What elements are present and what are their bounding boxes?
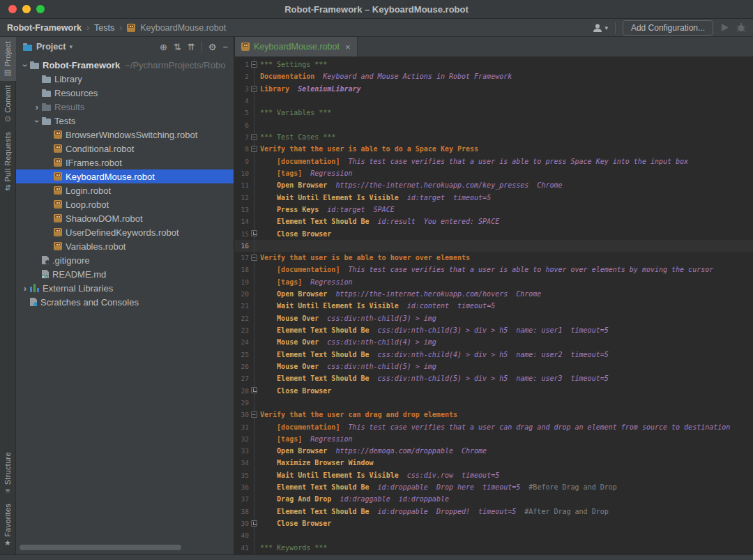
tree-item-iframes-robot[interactable]: IFrames.robot bbox=[16, 156, 234, 169]
code-line-7[interactable]: 7−*** Test Cases *** bbox=[235, 131, 753, 143]
code-line-15[interactable]: 15 Close Browser bbox=[235, 227, 753, 239]
settings-icon[interactable]: ⚙ bbox=[208, 43, 217, 52]
tree-item-library[interactable]: Library bbox=[16, 72, 234, 86]
code-line-21[interactable]: 21 Wait Until Element Is Visible id:cont… bbox=[235, 300, 753, 312]
code-line-25[interactable]: 25 Element Text Should Be css:div:nth-ch… bbox=[235, 349, 753, 361]
chevron-right-icon[interactable]: › bbox=[24, 285, 26, 292]
tree-item-readme-md[interactable]: README.md bbox=[16, 267, 234, 281]
fold-collapse-icon[interactable]: − bbox=[251, 61, 257, 68]
breadcrumb-item-robot-framework[interactable]: Robot-Framework bbox=[7, 23, 82, 33]
code-line-10[interactable]: 10 [tags] Regression bbox=[235, 167, 753, 179]
code-line-35[interactable]: 35 Wait Until Element Is Visible css:div… bbox=[235, 469, 753, 481]
stripe-button-project[interactable]: Project▤ bbox=[0, 37, 16, 81]
fold-collapse-icon[interactable]: − bbox=[251, 86, 257, 92]
close-tab-icon[interactable]: × bbox=[345, 42, 351, 52]
fold-column bbox=[249, 457, 260, 469]
fold-end-icon[interactable] bbox=[251, 230, 257, 236]
code-line-32[interactable]: 32 [tags] Regression bbox=[235, 433, 753, 445]
code-line-39[interactable]: 39 Close Browser bbox=[235, 517, 753, 529]
stripe-button-commit[interactable]: Commit⊙ bbox=[0, 81, 16, 128]
breadcrumb-item-keyboardmouse-robot[interactable]: KeyboardMouse.robot bbox=[140, 23, 226, 33]
fold-end-icon[interactable] bbox=[251, 387, 257, 393]
code-line-19[interactable]: 19 [tags] Regression bbox=[235, 276, 753, 288]
code-line-36[interactable]: 36 Element Text Should Be id:droppable D… bbox=[235, 481, 753, 493]
tree-item-robot-framework[interactable]: ›Robot-Framework~/PycharmProjects/Robo bbox=[16, 58, 234, 72]
add-configuration-button[interactable]: Add Configuration... bbox=[623, 20, 713, 36]
code-line-17[interactable]: 17−Verify that user is be able to hover … bbox=[235, 252, 753, 264]
debug-button[interactable] bbox=[736, 23, 746, 32]
code-line-11[interactable]: 11 Open Browser https://the-internet.her… bbox=[235, 179, 753, 191]
locate-icon[interactable]: ⊕ bbox=[160, 43, 167, 52]
code-line-23[interactable]: 23 Element Text Should Be css:div:nth-ch… bbox=[235, 324, 753, 336]
tree-item-conditional-robot[interactable]: Conditional.robot bbox=[16, 142, 234, 156]
code-line-29[interactable]: 29 bbox=[235, 397, 753, 409]
horizontal-scrollbar[interactable] bbox=[20, 545, 181, 550]
code-line-33[interactable]: 33 Open Browser https://demoqa.com/dropp… bbox=[235, 445, 753, 457]
code-line-18[interactable]: 18 [documentation] This test case verifi… bbox=[235, 264, 753, 275]
code-line-31[interactable]: 31 [documentation] This test case verifi… bbox=[235, 421, 753, 432]
code-line-24[interactable]: 24 Mouse Over css:div:nth-child(4) > img bbox=[235, 336, 753, 348]
code-line-30[interactable]: 30−Verify that the user can drag and dro… bbox=[235, 409, 753, 421]
code-line-28[interactable]: 28 Close Browser bbox=[235, 384, 753, 396]
tree-item-browserwindowsswitching-robot[interactable]: BrowserWindowsSwitching.robot bbox=[16, 128, 234, 142]
fold-collapse-icon[interactable]: − bbox=[251, 411, 257, 418]
stripe-button-structure[interactable]: Structure≡ bbox=[0, 448, 16, 499]
tree-item-gitignore[interactable]: .gitignore bbox=[16, 253, 234, 267]
code-line-13[interactable]: 13 Press Keys id:target SPACE bbox=[235, 204, 753, 215]
project-view-selector[interactable]: Project bbox=[36, 42, 66, 52]
fold-collapse-icon[interactable]: − bbox=[251, 146, 257, 152]
fold-collapse-icon[interactable]: − bbox=[251, 255, 257, 261]
collapse-all-icon[interactable]: ⇈ bbox=[188, 43, 195, 52]
line-number: 12 bbox=[235, 194, 249, 202]
code-line-14[interactable]: 14 Element Text Should Be id:result You … bbox=[235, 215, 753, 227]
stripe-button-pull-requests[interactable]: Pull Requests⇵ bbox=[0, 128, 16, 197]
editor-tab-keyboardmouse[interactable]: KeyboardMouse.robot × bbox=[235, 37, 358, 56]
code-line-22[interactable]: 22 Mouse Over css:div:nth-child(3) > img bbox=[235, 312, 753, 324]
code-line-16[interactable]: 16 bbox=[235, 240, 753, 252]
code-editor[interactable]: 1−*** Settings ***2Documentation Keyboar… bbox=[235, 57, 753, 554]
hide-panel-icon[interactable]: − bbox=[222, 43, 228, 52]
chevron-down-icon[interactable]: › bbox=[33, 119, 40, 122]
tree-item-loop-robot[interactable]: Loop.robot bbox=[16, 197, 234, 211]
code-line-9[interactable]: 9 [documentation] This test case verifie… bbox=[235, 156, 753, 167]
code-line-26[interactable]: 26 Mouse Over css:div:nth-child(5) > img bbox=[235, 361, 753, 372]
code-line-4[interactable]: 4 bbox=[235, 95, 753, 107]
run-button[interactable] bbox=[720, 23, 729, 32]
tree-item-variables-robot[interactable]: Variables.robot bbox=[16, 239, 234, 253]
code-line-1[interactable]: 1−*** Settings *** bbox=[235, 59, 753, 70]
stripe-button-favorites[interactable]: Favorites★ bbox=[0, 499, 16, 552]
user-menu-button[interactable]: ▾ bbox=[592, 23, 608, 33]
tree-item-label: Variables.robot bbox=[66, 241, 126, 252]
code-line-12[interactable]: 12 Wait Until Element Is Visible id:targ… bbox=[235, 191, 753, 203]
breadcrumb-item-tests[interactable]: Tests bbox=[94, 23, 114, 33]
tree-item-resources[interactable]: Resources bbox=[16, 86, 234, 100]
tree-item-shadowdom-robot[interactable]: ShadowDOM.robot bbox=[16, 211, 234, 225]
code-line-38[interactable]: 38 Element Text Should Be id:droppable D… bbox=[235, 506, 753, 517]
line-number: 24 bbox=[235, 338, 249, 346]
code-line-40[interactable]: 40 bbox=[235, 529, 753, 541]
tree-item-tests[interactable]: ›Tests bbox=[16, 114, 234, 128]
fold-end-icon[interactable] bbox=[251, 520, 257, 527]
tree-item-login-robot[interactable]: Login.robot bbox=[16, 183, 234, 197]
tree-item-external-libraries[interactable]: ›External Libraries bbox=[16, 281, 234, 295]
tree-item-keyboardmouse-robot[interactable]: KeyboardMouse.robot bbox=[16, 169, 234, 183]
chevron-right-icon[interactable]: › bbox=[36, 104, 38, 111]
code-line-34[interactable]: 34 Maximize Browser Window bbox=[235, 457, 753, 469]
chevron-down-icon[interactable]: › bbox=[22, 63, 29, 66]
code-line-8[interactable]: 8−Verify that the user is able to do a S… bbox=[235, 143, 753, 155]
chevron-down-icon: ▾ bbox=[69, 43, 73, 50]
code-line-20[interactable]: 20 Open Browser https://the-internet.her… bbox=[235, 288, 753, 300]
code-line-6[interactable]: 6 bbox=[235, 119, 753, 131]
expand-all-icon[interactable]: ⇅ bbox=[174, 43, 181, 52]
code-line-2[interactable]: 2Documentation Keyboard and Mouse Action… bbox=[235, 70, 753, 82]
code-line-37[interactable]: 37 Drag And Drop id:draggable id:droppab… bbox=[235, 493, 753, 505]
code-line-41[interactable]: 41*** Keywords *** bbox=[235, 542, 753, 554]
tree-item-userdefinedkeywords-robot[interactable]: UserDefinedKeywords.robot bbox=[16, 225, 234, 239]
tree-item-scratches-and-consoles[interactable]: Scratches and Consoles bbox=[16, 295, 234, 309]
tree-item-results[interactable]: ›Results bbox=[16, 100, 234, 114]
code-line-27[interactable]: 27 Element Text Should Be css:div:nth-ch… bbox=[235, 372, 753, 384]
line-number: 10 bbox=[235, 169, 249, 177]
code-line-3[interactable]: 3−Library SeleniumLibrary bbox=[235, 83, 753, 95]
fold-collapse-icon[interactable]: − bbox=[251, 134, 257, 140]
code-line-5[interactable]: 5*** Variables *** bbox=[235, 107, 753, 119]
